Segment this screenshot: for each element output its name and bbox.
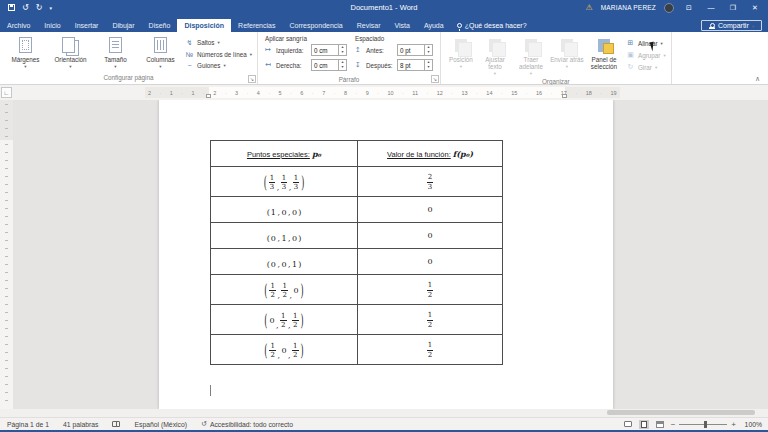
girar-button: ↻ Girar ▾ [626,63,666,71]
space-after-input[interactable]: 8 pt ▴▾ [397,59,433,71]
value-cell[interactable]: 12 [358,305,503,335]
posicion-icon [455,36,467,54]
dialog-launcher-icon[interactable]: ↘ [431,75,439,83]
spinner[interactable]: ▴▾ [424,60,432,70]
table-row: (12,0,12)12 [211,335,503,365]
indent-marker[interactable] [206,94,211,98]
warning-icon[interactable]: ⚠ [585,3,592,12]
collapse-ribbon-icon[interactable]: ∧ [755,75,760,83]
point-cell[interactable]: (13,13,13) [211,167,358,197]
enviar-atras-icon [561,36,573,54]
tab-inicio[interactable]: Inicio [37,19,67,32]
margenes-button[interactable]: Márgenes ▾ [3,34,48,73]
spinner[interactable]: ▴▾ [424,45,432,55]
tell-me-box[interactable]: ¿Qué desea hacer? [451,22,533,32]
guiones-button[interactable]: − Guiones ▾ [185,62,252,69]
word-count[interactable]: 41 palabras [56,421,106,428]
language-indicator[interactable]: Español (México) [127,421,194,428]
point-cell[interactable]: (12,12,0) [211,275,358,305]
value-cell[interactable]: 0 [358,223,503,249]
tab-vista[interactable]: Vista [388,19,417,32]
vertical-ruler[interactable] [0,100,13,409]
word-window: ↺ ↻ ▾ Documento1 - Word ⚠ MARIANA PEREZ … [0,0,768,432]
value-cell[interactable]: 0 [358,197,503,223]
web-layout-button[interactable] [655,420,665,429]
value-cell[interactable]: 0 [358,249,503,275]
saltos-button[interactable]: ↯ Saltos ▾ [185,39,252,47]
zoom-level[interactable]: 100% [742,421,762,428]
spinner[interactable]: ▴▾ [338,45,346,55]
share-button[interactable]: Compartir ▾ [701,20,762,31]
accessibility-status[interactable]: ↺ Accesibilidad: todo correcto [194,420,300,428]
chevron-down-icon: ▾ [218,40,220,45]
value-cell[interactable]: 12 [358,335,503,365]
ruler-band: ∟ 2·1·1·2·3·4·5·6·7·8·9·10·11·12·13·14·1… [0,85,768,100]
point-cell[interactable]: (0,1,0) [211,223,358,249]
undo-icon[interactable]: ↺ [22,4,29,12]
value-cell[interactable]: 12 [358,275,503,305]
read-mode-button[interactable] [623,420,633,429]
traer-adelante-icon [525,36,537,54]
orientacion-button[interactable]: Orientación ▾ [48,34,93,73]
indent-marker[interactable] [562,94,567,98]
zoom-slider-thumb[interactable] [704,421,707,428]
redo-icon[interactable]: ↻ [36,4,43,12]
horizontal-ruler[interactable]: 2·1·1·2·3·4·5·6·7·8·9·10·11·12·13·14·15·… [145,87,620,98]
value-cell[interactable]: 23 [358,167,503,197]
close-button[interactable]: ✕ [748,4,762,12]
header-valor-funcion[interactable]: Valor de la función: f(p₀) [358,141,503,167]
spinner[interactable]: ▴▾ [338,60,346,70]
tab-archivo[interactable]: Archivo [0,19,37,32]
tab-dibujar[interactable]: Dibujar [105,19,141,32]
horizontal-scrollbar[interactable] [0,409,768,417]
tab-insertar[interactable]: Insertar [68,19,106,32]
header-puntos-especiales[interactable]: Puntos especiales: p₀ [211,141,358,167]
point-cell[interactable]: (0,12,12) [211,305,358,335]
indent-right-input[interactable]: 0 cm ▴▾ [311,59,347,71]
indent-left-icon: ↦ [265,46,273,54]
point-cell[interactable]: (0,0,1) [211,249,358,275]
margenes-icon [19,36,32,54]
guiones-icon: − [185,62,194,69]
numeros-de-linea-button[interactable]: № Números de línea ▾ [185,51,252,58]
table-row: (1,0,0)0 [211,197,503,223]
zoom-slider[interactable] [679,424,727,425]
zoom-in-button[interactable]: + [731,420,736,429]
customize-qat-icon[interactable]: ▾ [49,5,52,11]
agrupar-button: ▣ Agrupar ▾ [626,51,666,59]
chevron-down-icon: ▾ [114,64,116,69]
scrollbar-thumb[interactable] [607,410,755,415]
zoom-control: − + [671,420,736,429]
spacing-title: Espaciado [355,35,433,42]
restore-button[interactable]: ❐ [726,4,740,12]
columnas-icon [154,36,167,54]
page-indicator[interactable]: Página 1 de 1 [0,421,56,428]
tab-stop-selector[interactable]: ∟ [1,87,12,98]
minimize-button[interactable]: — [704,4,718,11]
point-cell[interactable]: (12,0,12) [211,335,358,365]
tab-revisar[interactable]: Revisar [350,19,388,32]
tamano-button[interactable]: Tamaño ▾ [93,34,138,73]
indent-left-input[interactable]: 0 cm ▴▾ [311,44,347,56]
group-label: Configurar página [3,73,254,84]
dialog-launcher-icon[interactable]: ↘ [248,75,256,83]
print-layout-button[interactable] [639,420,649,429]
proofing-status[interactable] [105,421,127,427]
zoom-out-button[interactable]: − [671,420,676,429]
tab-diseno[interactable]: Diseño [142,19,178,32]
save-icon[interactable] [8,4,15,11]
group-label: Organizar [444,77,668,85]
tab-correspondencia[interactable]: Correspondencia [282,19,349,32]
avatar[interactable] [664,3,674,13]
ribbon-display-options-icon[interactable]: ⊡ [682,4,696,12]
panel-de-seleccion-button[interactable]: Panel de selección [584,34,624,77]
user-name[interactable]: MARIANA PEREZ [601,4,656,11]
tab-disposicion[interactable]: Disposición [177,19,231,32]
alinear-button[interactable]: ⊞ Alinear ▾ [626,39,666,47]
columnas-button[interactable]: Columnas ▾ [138,34,183,73]
tab-ayuda[interactable]: Ayuda [417,19,451,32]
space-before-input[interactable]: 0 pt ▴▾ [397,44,433,56]
point-cell[interactable]: (1,0,0) [211,197,358,223]
space-before-icon: ↥ [355,46,363,54]
tab-referencias[interactable]: Referencias [231,19,282,32]
